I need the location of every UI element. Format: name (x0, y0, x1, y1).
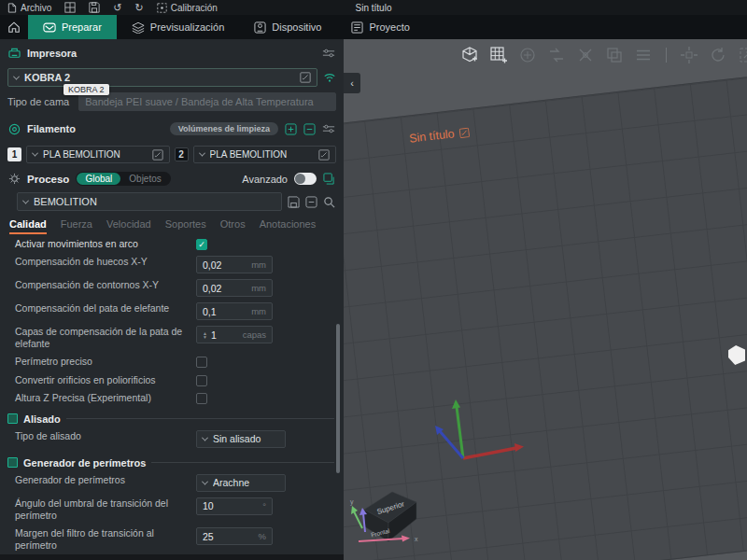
advanced-label: Avanzado (242, 174, 288, 185)
move-icon[interactable] (679, 45, 699, 65)
param-label: Generador de perímetros (15, 474, 196, 486)
param-row: Altura Z Precisa (Experimental) (15, 392, 334, 404)
alisado-section-title: Alisado (23, 413, 61, 425)
param-label: Convertir orificios en poliorificios (15, 374, 196, 386)
prepare-icon (43, 21, 56, 34)
wall-generator-icon (7, 457, 18, 468)
titlebar: Archivo ↺ ↻ Calibración Sin título (0, 0, 747, 15)
tab-previsualizacion-label: Previsualización (150, 21, 224, 33)
purge-volumes-button[interactable]: Volúmenes de limpieza (170, 122, 278, 135)
edit-plate-name-icon[interactable] (458, 127, 470, 138)
preset-select[interactable]: BEMOLITION (17, 192, 282, 211)
param-row: Tipo de alisado Sin alisado (15, 430, 334, 448)
printer-section-header: Impresora (0, 42, 344, 64)
scale-icon[interactable] (737, 45, 747, 65)
polyholes-checkbox[interactable] (196, 375, 207, 386)
bed-type-row: Tipo de cama Bandeja PEI suave / Bandeja… (7, 92, 336, 111)
ironing-type-select[interactable]: Sin alisado (196, 430, 286, 448)
view-cube-gizmo[interactable]: Superior Frontal y x (349, 483, 424, 553)
gizmo-axis-x-label: x (415, 536, 418, 542)
bed-type-select[interactable]: Bandeja PEI suave / Bandeja de Alta Temp… (78, 92, 336, 111)
param-label: Compensación de huecos X-Y (15, 256, 196, 268)
chevron-down-icon (202, 434, 208, 441)
add-plate-icon[interactable] (488, 45, 509, 65)
arrange-icon[interactable] (546, 45, 567, 65)
tab-proyecto[interactable]: Proyecto (336, 15, 424, 39)
home-icon (7, 21, 21, 34)
remove-filament-icon[interactable] (303, 123, 316, 135)
param-label: Capas de compensación de la pata de elef… (15, 326, 196, 350)
tab-soportes[interactable]: Soportes (165, 218, 206, 234)
layers-icon[interactable] (633, 45, 654, 65)
clone-icon[interactable] (604, 45, 625, 65)
chevron-down-icon (32, 150, 38, 157)
preset-row: BEMOLITION (17, 192, 335, 211)
printer-tooltip: KOBRA 2 (63, 84, 109, 95)
gizmo-axis-y-label: y (350, 498, 354, 506)
precise-z-checkbox[interactable] (196, 393, 207, 404)
filament-1-select[interactable]: PLA BEMOLITION (26, 146, 170, 163)
objects-panel-icon[interactable] (323, 173, 335, 185)
tab-anotaciones[interactable]: Anotaciones (260, 218, 317, 234)
origin-axes (395, 392, 535, 481)
viewport-3d[interactable]: Sin título Superior (344, 39, 747, 560)
main-nav: Preparar Previsualización Dispositivo Pr… (0, 15, 747, 39)
add-filament-icon[interactable] (285, 123, 297, 135)
toolbar-separator (666, 48, 667, 63)
scope-toggle[interactable]: Global Objetos (76, 172, 170, 186)
param-row: Capas de compensación de la pata de elef… (15, 326, 334, 350)
wall-transition-angle-input[interactable]: 10° (196, 497, 273, 515)
printer-select[interactable]: KOBRA 2 (7, 68, 317, 87)
param-row: Compensación de contornos X-Y 0,02mm (15, 279, 334, 297)
collapse-panel-button[interactable]: ‹ (344, 73, 360, 93)
rotate-icon[interactable] (708, 45, 728, 65)
auto-orient-icon[interactable] (517, 45, 538, 65)
tab-dispositivo[interactable]: Dispositivo (239, 15, 336, 39)
printer-settings-icon[interactable] (322, 48, 335, 59)
xy-contour-compensation-input[interactable]: 0,02mm (196, 279, 273, 297)
elephant-foot-layers-stepper[interactable]: ▲▼1capas (196, 326, 273, 343)
merge-icon[interactable] (575, 45, 596, 65)
precise-wall-checkbox[interactable] (196, 357, 207, 368)
bed-type-value: Bandeja PEI suave / Bandeja de Alta Temp… (85, 96, 330, 107)
filament-settings-icon[interactable] (322, 123, 335, 134)
tab-proyecto-label: Proyecto (369, 21, 409, 33)
add-model-icon[interactable] (459, 45, 480, 65)
tab-calidad[interactable]: Calidad (9, 218, 47, 234)
tab-fuerza[interactable]: Fuerza (61, 218, 92, 234)
arc-moves-checkbox[interactable]: ✓ (196, 239, 207, 250)
tab-previsualizacion[interactable]: Previsualización (117, 15, 239, 39)
wifi-icon[interactable] (323, 72, 336, 83)
save-preset-icon[interactable] (288, 196, 300, 208)
ironing-icon (7, 413, 18, 424)
wall-generator-select[interactable]: Arachne (196, 474, 286, 492)
search-preset-icon[interactable] (323, 196, 335, 208)
wall-filter-margin-input[interactable]: 25% (196, 527, 273, 545)
device-icon (254, 21, 266, 34)
tab-preparar[interactable]: Preparar (28, 15, 117, 39)
edit-filament-2-icon[interactable] (318, 149, 330, 161)
param-label: Compensación de contornos X-Y (15, 279, 196, 291)
generador-section-title: Generador de perímetros (23, 457, 146, 469)
chevron-down-icon (13, 73, 20, 79)
advanced-toggle[interactable] (294, 173, 317, 185)
generador-section-header: Generador de perímetros (7, 457, 334, 469)
remove-preset-icon[interactable] (305, 196, 317, 208)
panel-scrollbar[interactable] (336, 324, 340, 473)
edit-printer-icon[interactable] (300, 72, 311, 83)
project-icon (351, 21, 363, 34)
scope-objetos[interactable]: Objetos (120, 173, 169, 185)
scope-global[interactable]: Global (77, 173, 120, 185)
param-label: Perímetro preciso (15, 356, 196, 368)
tab-otros[interactable]: Otros (220, 218, 246, 234)
home-button[interactable] (0, 15, 28, 39)
param-label: Margen del filtro de transición al perím… (15, 527, 196, 552)
filament-2-select[interactable]: PLA BEMOLITION (193, 146, 337, 163)
printer-name: KOBRA 2 (24, 72, 294, 83)
stepper-arrows-icon[interactable]: ▲▼ (203, 331, 207, 339)
elephant-foot-compensation-input[interactable]: 0,1mm (196, 302, 273, 320)
xy-hole-compensation-input[interactable]: 0,02mm (196, 256, 273, 273)
filament-section-title: Filamento (27, 123, 76, 134)
edit-filament-1-icon[interactable] (152, 149, 163, 161)
tab-velocidad[interactable]: Velocidad (106, 218, 151, 234)
